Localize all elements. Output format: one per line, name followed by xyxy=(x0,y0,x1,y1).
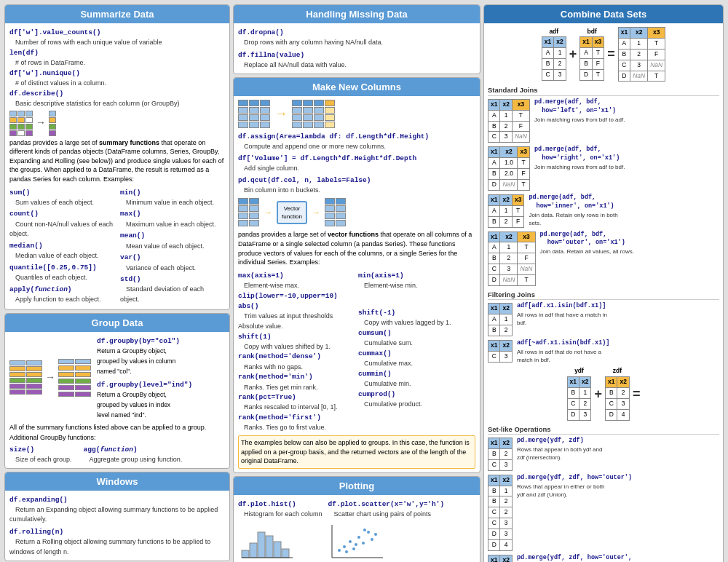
code-fillna: df.fillna(value) xyxy=(238,51,304,59)
svg-rect-2 xyxy=(258,532,265,558)
agg-col-left: sum() Sum values of each object. count()… xyxy=(9,187,114,306)
vf-rank-min: rank(method='min')Ranks. Ties get min ra… xyxy=(238,371,355,392)
vf-cummax: cummax()Cumulative max. xyxy=(358,348,475,368)
mnc-arrow-icon: → xyxy=(274,105,288,123)
zdf-label-container: zdf x1x2 B2 C3 D4 xyxy=(605,367,630,421)
group-agg: agg(function) Aggregate group using func… xyxy=(84,444,183,464)
join-outer-code: pd.merge(adf, bdf, how='outer', on='x1')… xyxy=(540,231,634,256)
join-right-code: pd.merge(adf, bdf, how='right', on='x1')… xyxy=(534,146,625,171)
desc-value-counts: Number of rows with each unique value of… xyxy=(9,39,162,46)
group-note-box: The examples below can also be applied t… xyxy=(238,435,475,469)
vf-cummin: cummin()Cumulative min. xyxy=(358,368,475,389)
grid-before xyxy=(9,111,33,136)
plotting-section: Plotting df.plot.hist() Histogram for ea… xyxy=(233,476,480,562)
set-op-3-tables: x1x2 A1 xyxy=(488,554,513,562)
vector-functions-container: max(axis=1)Element-wise max. clip(lower=… xyxy=(238,270,475,432)
plus-sign-1: + xyxy=(569,45,577,63)
agg-col-right: min() Minimum value in each object. max(… xyxy=(120,187,225,306)
svg-point-11 xyxy=(349,540,352,543)
plotting-scatter: df.plot.scatter(x='w',y='h') Scatter cha… xyxy=(328,499,445,562)
filter-join-1-row: x1x2 A1 B2 adf[adf.x1.isin(bdf.x1)] All … xyxy=(488,302,719,337)
agg-count: count() Count non-NA/null values of each… xyxy=(9,208,114,238)
missing-header: Handling Missing Data xyxy=(234,5,480,23)
group-size: size() Size of each group. xyxy=(9,444,72,464)
windows-title: Windows xyxy=(97,476,138,487)
histogram-chart xyxy=(238,521,296,561)
set-op-1-row: x1x2 B2 C3 pd.merge(ydf, zdf) Rows that … xyxy=(488,437,719,472)
join-inner-code: pd.merge(adf, bdf, how='inner', on='x1')… xyxy=(529,194,623,227)
missing-item-2: df.fillna(value) Replace all NA/null dat… xyxy=(238,50,475,70)
summarize-section: Summarize Data df['w'].value_counts() Nu… xyxy=(4,4,230,310)
mnc-item-2: df['Volume'] = df.Length*df.Height*df.De… xyxy=(238,153,475,173)
code-expanding: df.expanding() xyxy=(9,496,68,504)
desc-describe: Basic descriptive statistics for each co… xyxy=(9,100,180,107)
svg-point-9 xyxy=(338,549,341,552)
combine-top-illustration: adf x1x2 A1 B2 C3 + bdf x1x3 xyxy=(488,26,719,82)
windows-header: Windows xyxy=(5,472,229,491)
make-columns-title: Make New Columns xyxy=(312,82,401,92)
mnc-before xyxy=(238,100,270,128)
combine-body: adf x1x2 A1 B2 C3 + bdf x1x3 xyxy=(484,23,723,562)
agg-min: min() Minimum value in each object. xyxy=(120,187,225,207)
group-grid-after xyxy=(58,359,91,397)
svg-point-10 xyxy=(343,545,346,548)
equals-sign-2: = xyxy=(633,385,641,403)
vf-clip: clip(lower=-10,upper=10) abs()Trim value… xyxy=(238,290,355,331)
group-illustration: → xyxy=(9,336,225,420)
missing-title: Handling Missing Data xyxy=(306,9,407,20)
agg-std: std() Standard deviation of each object. xyxy=(120,274,225,304)
desc-expanding: Return an Expanding object allowing summ… xyxy=(9,506,218,523)
join-left-code: pd.merge(adf, bdf, how='left', on='x1') … xyxy=(534,98,625,124)
vector-arrow-out-icon: → xyxy=(312,207,320,219)
summary-text: pandas provides a large set of summary f… xyxy=(9,138,225,184)
code-nunique: df['w'].nunique() xyxy=(9,69,80,77)
svg-point-19 xyxy=(363,529,366,531)
agg-median: median() Median value of each object. xyxy=(9,240,114,261)
set-op-2-tables: x1x2 B1 B2 C2 C3 D3 D4 xyxy=(488,474,513,552)
missing-item-1: df.dropna() Drop rows with any column ha… xyxy=(238,27,475,47)
desc-nunique: # of distinct values in a column. xyxy=(9,79,106,87)
svg-rect-3 xyxy=(266,536,273,558)
set-op-2-row: x1x2 B1 B2 C2 C3 D3 D4 pd.merge(ydf, zdf… xyxy=(488,474,719,552)
set-op-3-row: x1x2 A1 pd.merge(ydf, zdf, how='outer', … xyxy=(488,554,719,562)
vf-cumprod: cumprod()Cumulative product. xyxy=(358,389,475,409)
filter-join-1-tables: x1x2 A1 B2 xyxy=(488,302,513,337)
vf-min: min(axis=1)Element-wise min. xyxy=(358,270,475,290)
group-code-blocks: df.groupby(by="col") Return a GroupBy ob… xyxy=(97,336,192,420)
missing-section: Handling Missing Data df.dropna() Drop r… xyxy=(233,4,480,74)
combine-section: Combine Data Sets adf x1x2 A1 B2 C3 xyxy=(483,4,724,562)
filter-join-2-tables: x1x2 C3 xyxy=(488,339,513,363)
svg-point-17 xyxy=(374,533,377,536)
plotting-hist: df.plot.hist() Histogram for each column xyxy=(238,499,323,562)
svg-point-18 xyxy=(345,550,348,553)
svg-point-12 xyxy=(352,547,355,550)
vector-function-box: Vectorfunction xyxy=(277,201,307,224)
group-item-2: df.groupby(level="ind") Return a GroupBy… xyxy=(97,379,192,420)
group-extra-functions: size() Size of each group. agg(function)… xyxy=(9,444,225,464)
summarize-title: Summarize Data xyxy=(80,9,154,20)
code-dropna: df.dropna() xyxy=(238,28,284,36)
bdf-table: x1x3 AT BF DT xyxy=(579,36,604,81)
set-ops-label: Set-like Operations xyxy=(488,424,719,435)
summarize-item-2: len(df) # of rows in DataFrame. xyxy=(9,47,225,68)
group-arrow-icon: → xyxy=(45,371,55,385)
join-inner-row: x1x2x3 A1T B2F pd.merge(adf, bdf, how='i… xyxy=(488,194,719,229)
svg-point-14 xyxy=(362,542,365,545)
group-summary-text: All of the summary functions listed abov… xyxy=(9,423,225,432)
group-grid-before xyxy=(9,360,42,395)
group-title: Group Data xyxy=(92,317,143,328)
standard-joins-label: Standard Joins xyxy=(488,85,719,95)
combine-result-table: x1x2x3 A1T B2F C3NaN DNaNT xyxy=(618,27,666,82)
vf-cumsum: cumsum()Cumulative sum. xyxy=(358,328,475,348)
plotting-body: df.plot.hist() Histogram for each column xyxy=(234,495,480,562)
vf-abs-spacer xyxy=(358,298,475,307)
set-op-3-code: pd.merge(ydf, zdf, how='outer', indicato… xyxy=(517,554,632,562)
windows-body: df.expanding() Return an Expanding objec… xyxy=(5,491,229,561)
mnc-item-3: pd.qcut(df.col, n, labels=False) Bin col… xyxy=(238,175,475,195)
windows-item-2: df.rolling(n) Return a Rolling object al… xyxy=(9,526,225,556)
vector-grid-out xyxy=(325,198,346,226)
svg-point-15 xyxy=(367,531,370,534)
group-body: → xyxy=(5,332,229,468)
set-op-1-tables: x1x2 B2 C3 xyxy=(488,437,513,472)
desc-len: # of rows in DataFrame. xyxy=(9,59,85,66)
